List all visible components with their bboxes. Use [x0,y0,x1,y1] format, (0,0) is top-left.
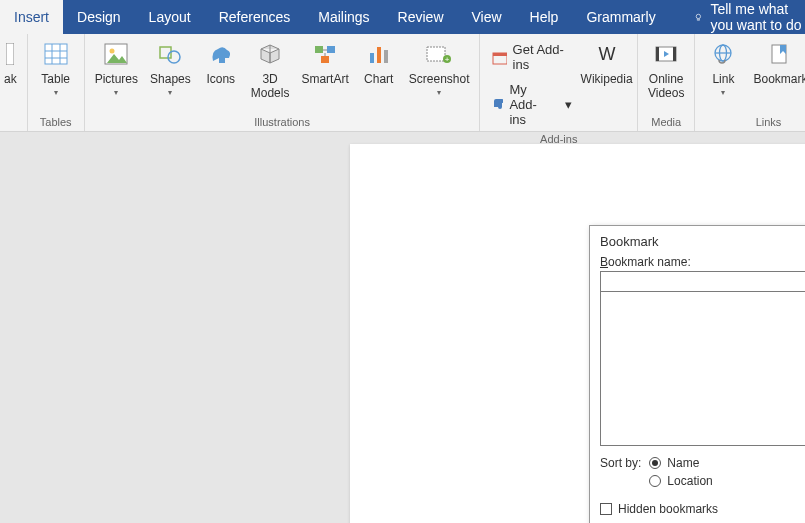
lightbulb-icon [694,9,703,25]
dialog-title: Bookmark [590,226,805,255]
tables-group-label: Tables [34,114,78,131]
caret-down-icon: ▾ [168,88,172,98]
cube-icon [258,43,282,65]
svg-rect-12 [327,46,335,53]
svg-point-8 [110,49,115,54]
sort-name-radio[interactable]: Name [649,456,712,470]
media-group-label: Media [644,114,688,131]
bookmark-name-input[interactable] [600,271,805,291]
caret-down-icon: ▾ [54,88,58,98]
my-addins-button[interactable]: My Add-ins ▾ [486,78,578,131]
addins-group: Get Add-ins My Add-ins ▾ W Wikipedia Add… [480,34,637,131]
illustrations-group: Pictures ▾ Shapes ▾ Icons 3D Models Smar… [85,34,481,131]
pages-group-label [0,126,21,131]
wikipedia-button[interactable]: W Wikipedia [582,38,631,88]
shapes-button[interactable]: Shapes ▾ [146,38,195,100]
pictures-icon [104,43,128,65]
caret-down-icon: ▾ [565,97,572,112]
svg-rect-24 [656,47,659,61]
caret-down-icon: ▾ [721,88,725,98]
get-addins-button[interactable]: Get Add-ins [486,38,578,76]
svg-rect-14 [370,53,374,63]
bookmark-icon [768,43,792,65]
bookmark-button[interactable]: Bookmark [749,38,805,88]
svg-text:+: + [445,55,450,64]
tell-me-label: Tell me what you want to do [710,1,805,33]
sort-location-radio[interactable]: Location [649,474,712,488]
page-break-button[interactable]: ak [0,38,21,88]
tab-insert[interactable]: Insert [0,0,63,34]
icons-icon [209,43,233,65]
svg-rect-1 [6,43,14,65]
tab-design[interactable]: Design [63,0,135,34]
wikipedia-icon: W [595,43,619,65]
tell-me-search[interactable]: Tell me what you want to do [694,0,805,34]
tab-mailings[interactable]: Mailings [304,0,383,34]
links-group: Link ▾ Bookmark C re Links [695,34,805,131]
screenshot-button[interactable]: + Screenshot ▾ [405,38,474,100]
tab-review[interactable]: Review [384,0,458,34]
svg-text:W: W [598,44,615,64]
hidden-bookmarks-checkbox[interactable]: Hidden bookmarks [600,502,805,516]
bookmark-list[interactable] [600,291,805,446]
bookmark-name-label: Bookmark name: [600,255,805,269]
media-group: Online Videos Media [638,34,695,131]
svg-rect-21 [493,53,506,56]
pictures-button[interactable]: Pictures ▾ [91,38,142,100]
radio-icon [649,475,661,487]
svg-point-10 [168,51,180,63]
shapes-icon [158,43,182,65]
tab-layout[interactable]: Layout [135,0,205,34]
smartart-icon [313,43,337,65]
video-icon [654,43,678,65]
tables-group: Table ▾ Tables [28,34,85,131]
ribbon: ak Table ▾ Tables Pictures ▾ Shapes [0,34,805,132]
svg-rect-25 [673,47,676,61]
page-break-icon [6,43,14,65]
bookmark-dialog: Bookmark Bookmark name: Sort by: Name Lo… [589,225,805,523]
svg-rect-2 [45,44,67,64]
tab-view[interactable]: View [458,0,516,34]
svg-rect-11 [315,46,323,53]
svg-rect-13 [321,56,329,63]
caret-down-icon: ▾ [114,88,118,98]
chart-icon [367,43,391,65]
chart-button[interactable]: Chart [357,38,401,88]
svg-rect-17 [427,47,445,61]
radio-icon [649,457,661,469]
icons-button[interactable]: Icons [199,38,243,88]
svg-rect-15 [377,47,381,63]
illustrations-group-label: Illustrations [91,114,474,131]
tab-references[interactable]: References [205,0,305,34]
links-group-label: Links [701,114,805,131]
ribbon-tabs: Insert Design Layout References Mailings… [0,0,805,34]
svg-rect-16 [384,50,388,63]
my-addins-label: My Add-ins [509,82,553,127]
caret-down-icon: ▾ [437,88,441,98]
link-icon [711,43,735,65]
table-button[interactable]: Table ▾ [34,38,78,100]
tab-help[interactable]: Help [516,0,573,34]
online-videos-button[interactable]: Online Videos [644,38,688,103]
my-addins-icon [492,97,503,113]
smartart-button[interactable]: SmartArt [297,38,352,88]
screenshot-icon: + [425,43,453,65]
3d-models-button[interactable]: 3D Models [247,38,294,103]
svg-point-0 [696,14,700,18]
link-button[interactable]: Link ▾ [701,38,745,100]
get-addins-label: Get Add-ins [513,42,573,72]
sort-by-label: Sort by: [600,456,641,470]
checkbox-icon [600,503,612,515]
tab-grammarly[interactable]: Grammarly [572,0,669,34]
store-icon [492,49,506,65]
table-icon [44,43,68,65]
